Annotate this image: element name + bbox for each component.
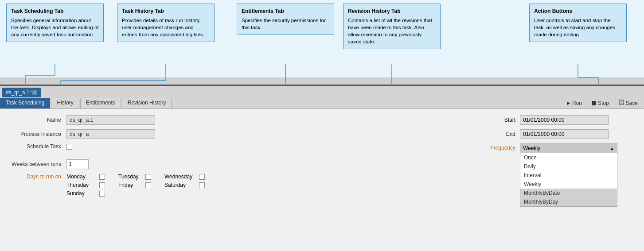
stop-label: Stop bbox=[598, 100, 609, 106]
end-input[interactable] bbox=[520, 129, 609, 139]
end-row: End bbox=[484, 129, 635, 139]
name-input[interactable] bbox=[66, 115, 155, 125]
monday-checkbox[interactable] bbox=[99, 174, 105, 180]
stop-icon bbox=[592, 101, 596, 105]
doc-tab-name: ds_qr_a.1 bbox=[6, 89, 29, 96]
right-column: Start End Frequency Weekly ▲ Once bbox=[484, 115, 635, 209]
doc-tab-close-icon[interactable]: × bbox=[32, 90, 37, 95]
frequency-row: Frequency Weekly ▲ Once Daily Interval W… bbox=[484, 143, 635, 207]
day-sunday: Sunday bbox=[66, 190, 105, 197]
process-instance-input[interactable] bbox=[66, 129, 155, 139]
day-friday: Friday bbox=[118, 182, 151, 188]
svg-rect-22 bbox=[620, 103, 623, 104]
frequency-label: Frequency bbox=[484, 143, 520, 151]
weeks-between-runs-row: Weeks between runs bbox=[9, 159, 275, 169]
wednesday-checkbox[interactable] bbox=[199, 174, 205, 180]
tooltip-text-3: Specifies the security permissions for t… bbox=[242, 17, 329, 31]
tuesday-checkbox[interactable] bbox=[145, 174, 151, 180]
run-icon: ▶ bbox=[567, 100, 570, 105]
day-saturday: Saturday bbox=[164, 182, 205, 188]
frequency-option-weekly[interactable]: Weekly bbox=[520, 180, 617, 189]
save-icon bbox=[619, 100, 624, 106]
frequency-dropdown-list: Once Daily Interval Weekly MonthlyByDate… bbox=[520, 153, 617, 207]
days-to-run-label: Days to run on bbox=[9, 174, 66, 197]
sunday-label: Sunday bbox=[66, 190, 97, 197]
tooltip-title-2: Task History Tab bbox=[122, 8, 210, 15]
day-thursday: Thursday bbox=[66, 182, 105, 188]
days-row-1: Monday Tuesday Wednesday bbox=[66, 174, 205, 180]
frequency-option-interval[interactable]: Interval bbox=[520, 171, 617, 180]
name-label: Name bbox=[9, 117, 66, 123]
frequency-option-daily[interactable]: Daily bbox=[520, 162, 617, 171]
wednesday-label: Wednesday bbox=[164, 174, 196, 180]
action-buttons-container: ▶ Run Stop Save bbox=[565, 99, 640, 107]
tooltip-title-5: Action Buttons bbox=[534, 8, 622, 15]
tooltip-action-buttons: Action Buttons User controls to start an… bbox=[529, 4, 627, 42]
dropdown-arrow-icon: ▲ bbox=[610, 146, 614, 151]
tooltip-title-3: Entitlements Tab bbox=[242, 8, 329, 15]
days-row-3: Sunday bbox=[66, 190, 205, 197]
tooltip-text-4: Contains a list of all the revisions tha… bbox=[348, 17, 436, 45]
frequency-option-monthlybyday[interactable]: MonthlyByDay bbox=[520, 197, 617, 206]
day-tuesday: Tuesday bbox=[118, 174, 151, 180]
friday-checkbox[interactable] bbox=[145, 182, 151, 188]
tab-history[interactable]: History bbox=[51, 98, 79, 108]
tooltip-area: Task Scheduling Tab Specifies general in… bbox=[0, 0, 644, 77]
start-label: Start bbox=[484, 117, 520, 123]
svg-rect-21 bbox=[620, 100, 622, 102]
frequency-selected-value: Weekly bbox=[523, 145, 540, 151]
save-label: Save bbox=[626, 100, 638, 106]
stop-button[interactable]: Stop bbox=[590, 99, 611, 107]
tooltip-revision-history: Revision History Tab Contains a list of … bbox=[343, 4, 441, 49]
app-container: ds_qr_a.1 * × Task Scheduling History En… bbox=[0, 84, 644, 251]
process-instance-label: Process Instance bbox=[9, 131, 66, 137]
days-row-2: Thursday Friday Saturday bbox=[66, 182, 205, 188]
doc-tab-bar: ds_qr_a.1 * × bbox=[0, 85, 644, 97]
process-instance-row: Process Instance bbox=[9, 129, 275, 139]
schedule-task-checkbox[interactable] bbox=[66, 144, 72, 150]
tooltip-text-1: Specifies general information about the … bbox=[11, 17, 99, 38]
tab-revision-history[interactable]: Revision History bbox=[122, 98, 172, 108]
day-wednesday: Wednesday bbox=[164, 174, 205, 180]
monday-label: Monday bbox=[66, 174, 97, 180]
save-button[interactable]: Save bbox=[617, 99, 640, 107]
sunday-checkbox[interactable] bbox=[99, 191, 105, 197]
frequency-dropdown-container: Weekly ▲ Once Daily Interval Weekly Mont… bbox=[520, 143, 617, 207]
thursday-checkbox[interactable] bbox=[99, 182, 105, 188]
tuesday-label: Tuesday bbox=[118, 174, 143, 180]
name-row: Name bbox=[9, 115, 275, 125]
start-row: Start bbox=[484, 115, 635, 125]
frequency-dropdown-header[interactable]: Weekly ▲ bbox=[520, 143, 617, 153]
run-button[interactable]: ▶ Run bbox=[565, 99, 584, 107]
end-label: End bbox=[484, 131, 520, 137]
tooltip-entitlements: Entitlements Tab Specifies the security … bbox=[237, 4, 334, 35]
saturday-checkbox[interactable] bbox=[199, 182, 205, 188]
content-area: Name Process Instance Schedule Task Week… bbox=[0, 109, 644, 251]
doc-tab[interactable]: ds_qr_a.1 * × bbox=[2, 88, 41, 97]
days-to-run-section: Days to run on Monday Tuesday We bbox=[9, 174, 275, 197]
tooltip-title-4: Revision History Tab bbox=[348, 8, 436, 15]
schedule-task-row: Schedule Task bbox=[9, 143, 275, 150]
frequency-option-once[interactable]: Once bbox=[520, 153, 617, 162]
tooltip-task-scheduling: Task Scheduling Tab Specifies general in… bbox=[6, 4, 104, 42]
tooltip-task-history: Task History Tab Provides details of tas… bbox=[117, 4, 215, 42]
tooltip-text-5: User controls to start and stop the task… bbox=[534, 17, 622, 38]
day-monday: Monday bbox=[66, 174, 105, 180]
start-input[interactable] bbox=[520, 115, 609, 125]
tooltip-text-2: Provides details of task run history, us… bbox=[122, 17, 210, 38]
tab-task-scheduling[interactable]: Task Scheduling bbox=[0, 98, 50, 108]
run-label: Run bbox=[572, 100, 582, 106]
top-accent-line bbox=[0, 85, 644, 86]
tab-entitlements[interactable]: Entitlements bbox=[80, 98, 121, 108]
schedule-task-label: Schedule Task bbox=[9, 143, 66, 150]
frequency-option-monthlybydate[interactable]: MonthlyByDate bbox=[520, 189, 617, 197]
tooltip-title-1: Task Scheduling Tab bbox=[11, 8, 99, 15]
tabs-row: Task Scheduling History Entitlements Rev… bbox=[0, 97, 644, 109]
saturday-label: Saturday bbox=[164, 182, 196, 188]
weeks-input[interactable] bbox=[66, 159, 89, 169]
thursday-label: Thursday bbox=[66, 182, 97, 188]
friday-label: Friday bbox=[118, 182, 143, 188]
weeks-label: Weeks between runs bbox=[9, 161, 66, 167]
